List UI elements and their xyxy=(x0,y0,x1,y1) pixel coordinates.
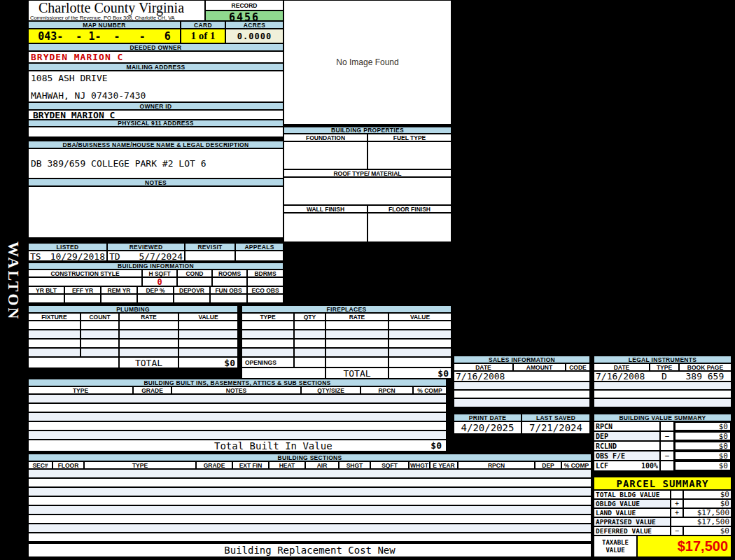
fireplaces-col-value: VALUE xyxy=(388,313,451,321)
bvs-value: $0 xyxy=(674,461,732,471)
owner-id-value[interactable]: BRYDEN MARION C xyxy=(28,110,284,120)
bvs-label: RPCN xyxy=(594,421,660,431)
funobs-label: FUN OBS xyxy=(210,286,247,294)
ecoobs-value[interactable] xyxy=(247,294,284,303)
sales-row[interactable] xyxy=(454,390,590,398)
building-sections-row[interactable] xyxy=(28,514,592,524)
foundation-value[interactable] xyxy=(284,141,368,169)
legal-instruments-row[interactable]: 7/16/2008 D 389 659 xyxy=(594,371,732,382)
listed-date: 10/29/2018 xyxy=(50,251,105,260)
mailing-address-box[interactable]: 1085 ASH DRIVE MAHWAH, NJ 07430-7430 xyxy=(28,71,284,102)
cond-value[interactable] xyxy=(177,277,212,286)
fireplaces-row[interactable] xyxy=(241,348,451,357)
notes-box[interactable] xyxy=(28,186,284,238)
legal-instruments-title: LEGAL INSTRUMENTS xyxy=(594,356,732,363)
remyr-value[interactable] xyxy=(101,294,137,303)
building-information-title: BUILDING INFORMATION xyxy=(28,262,284,270)
floor-finish-value[interactable] xyxy=(368,213,451,242)
hsqft-label: H SQFT xyxy=(142,270,177,277)
map-number-label: MAP NUMBER xyxy=(28,21,181,29)
building-sections-row[interactable] xyxy=(28,469,592,478)
revisit-label: REVISIT xyxy=(185,243,235,251)
built-ins-title: BUILDING BUILT INS, BASEMENTS, ATTICS & … xyxy=(28,379,447,386)
listed-value[interactable]: TS 10/29/2018 xyxy=(28,251,107,261)
sales-information-table: SALES INFORMATION DATE AMOUNT CODE 7/16/… xyxy=(454,356,590,407)
built-ins-table: BUILDING BUILT INS, BASEMENTS, ATTICS & … xyxy=(28,379,447,451)
ps-value: $0 xyxy=(683,490,732,499)
physical-address-value[interactable] xyxy=(28,127,284,137)
reviewed-value[interactable]: TD 5/7/2024 xyxy=(107,251,185,261)
construction-style-value[interactable] xyxy=(28,277,142,286)
built-ins-row[interactable] xyxy=(28,421,447,430)
fireplaces-row[interactable] xyxy=(241,330,451,339)
deeded-owner-value[interactable]: BRYDEN MARION C xyxy=(28,51,284,63)
mailing-line2: MAHWAH, NJ 07430-7430 xyxy=(31,90,146,101)
parcel-summary: PARCEL SUMMARY TOTAL BLDG VALUE $0 OBLDG… xyxy=(594,477,732,557)
revisit-value[interactable] xyxy=(185,251,235,261)
built-ins-row[interactable] xyxy=(28,412,447,421)
reviewed-by: TD xyxy=(109,251,120,260)
fireplaces-row[interactable] xyxy=(241,339,451,348)
built-ins-row[interactable] xyxy=(28,430,447,440)
bs-col-rpcn: RPCN xyxy=(458,461,535,469)
bvs-value: $0 xyxy=(674,431,732,441)
legal-instruments-row[interactable] xyxy=(594,382,732,390)
built-ins-col-grade: GRADE xyxy=(133,386,172,394)
bs-col-whgt: WHGT xyxy=(409,461,430,469)
plumbing-row[interactable] xyxy=(28,321,238,330)
effyr-value[interactable] xyxy=(64,294,101,303)
appeals-label: APPEALS xyxy=(235,243,284,251)
fireplaces-title: FIREPLACES xyxy=(241,305,451,313)
bs-col-sec: SEC# xyxy=(28,461,52,469)
acres-value[interactable]: 0.0000 xyxy=(225,29,284,43)
appeals-value[interactable] xyxy=(235,251,284,261)
remyr-label: REM YR xyxy=(101,286,137,294)
legal-instruments-row[interactable] xyxy=(594,398,732,407)
hsqft-value[interactable]: 0 xyxy=(142,277,177,286)
legal-instruments-row[interactable] xyxy=(594,390,732,398)
construction-style-label: CONSTRUCTION STYLE xyxy=(28,270,142,277)
bvs-op xyxy=(660,441,674,451)
building-sections-row[interactable] xyxy=(28,524,592,533)
fireplaces-row[interactable] xyxy=(241,321,451,330)
dep-value[interactable] xyxy=(137,294,174,303)
bdrms-value[interactable] xyxy=(247,277,284,286)
sales-row[interactable] xyxy=(454,382,590,390)
sales-row[interactable]: 7/16/2008 xyxy=(454,371,590,382)
card-value[interactable]: 1 of 1 xyxy=(181,29,225,43)
sales-row[interactable] xyxy=(454,398,590,407)
yrblt-value[interactable] xyxy=(28,294,64,303)
fuel-type-value[interactable] xyxy=(368,141,451,169)
building-value-summary-title: BUILDING VALUE SUMMARY xyxy=(594,414,732,421)
reviewed-label: REVIEWED xyxy=(107,243,185,251)
funobs-value[interactable] xyxy=(210,294,247,303)
bs-col-extfin: EXT FIN xyxy=(232,461,269,469)
map-number-value[interactable]: 043- - 1- - - 6 xyxy=(28,29,181,43)
roof-value[interactable] xyxy=(284,177,451,205)
plumbing-col-rate: RATE xyxy=(119,313,178,321)
building-sections-row[interactable] xyxy=(28,496,592,505)
plumbing-row[interactable] xyxy=(28,330,238,339)
fireplaces-openings-qty[interactable] xyxy=(294,357,326,368)
building-sections-row[interactable] xyxy=(28,478,592,487)
rooms-value[interactable] xyxy=(212,277,247,286)
wall-finish-value[interactable] xyxy=(284,213,368,242)
legal-description[interactable]: DB 389/659 COLLEGE PARK #2 LOT 6 xyxy=(28,148,284,178)
map-header-row: MAP NUMBER CARD ACRES xyxy=(28,21,284,29)
fireplaces-col-type: TYPE xyxy=(241,313,294,321)
depovr-value[interactable] xyxy=(174,294,210,303)
ps-op: − xyxy=(671,526,683,536)
plumbing-row[interactable] xyxy=(28,348,238,357)
building-sections-row[interactable] xyxy=(28,487,592,496)
bdrms-label: BDRMS xyxy=(247,270,284,277)
building-sections-row[interactable] xyxy=(28,505,592,514)
built-ins-row[interactable] xyxy=(28,403,447,412)
built-ins-row[interactable] xyxy=(28,394,447,403)
building-sections-row[interactable] xyxy=(28,533,592,542)
taxable-value-label: TAXABLE VALUE xyxy=(594,536,637,557)
listed-by: TS xyxy=(30,251,41,260)
plumbing-row[interactable] xyxy=(28,339,238,348)
legal-bookpage: 389 659 xyxy=(679,371,731,382)
foundation-label: FOUNDATION xyxy=(284,134,368,141)
ps-value: $17,500 xyxy=(683,508,732,517)
